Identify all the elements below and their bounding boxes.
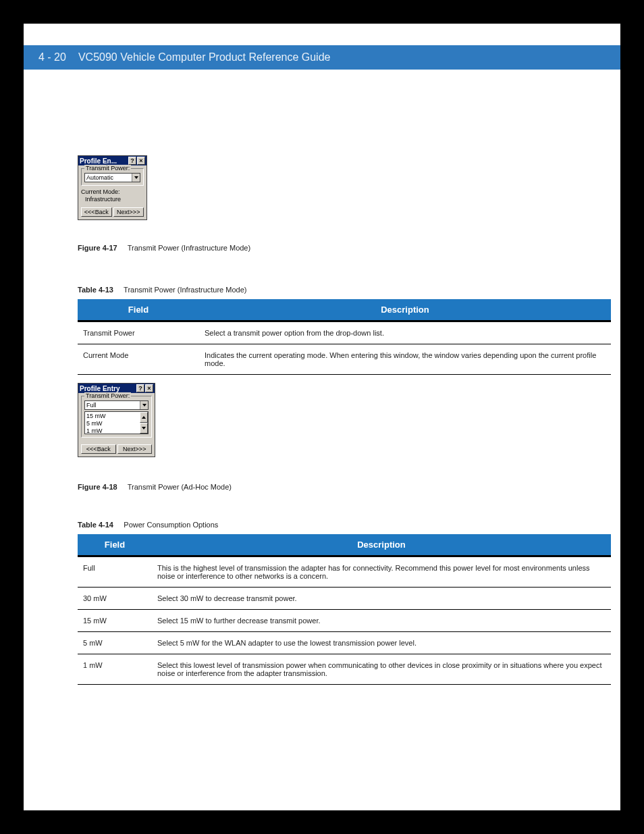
figure-label: Figure 4-17 — [78, 244, 117, 252]
th-description: Description — [199, 299, 611, 321]
chevron-down-icon[interactable] — [140, 401, 148, 409]
current-mode-value: Infrastructure — [81, 196, 144, 203]
figure-text: Transmit Power (Ad-Hoc Mode) — [128, 483, 232, 491]
cell-desc: Select 30 mW to decrease transmit power. — [152, 588, 611, 610]
cell-field: 1 mW — [78, 654, 152, 685]
transmit-power-combo[interactable]: Automatic — [84, 173, 140, 182]
table-row: 1 mW Select this lowest level of transmi… — [78, 654, 611, 685]
th-field: Field — [78, 299, 199, 321]
figure-caption-2: Figure 4-18 Transmit Power (Ad-Hoc Mode) — [78, 483, 232, 491]
list-item[interactable]: 15 mW — [86, 413, 138, 420]
cell-desc: Select a transmit power option from the … — [199, 321, 611, 344]
table-row: Full This is the highest level of transm… — [78, 556, 611, 588]
cell-desc: Indicates the current operating mode. Wh… — [199, 344, 611, 375]
transmit-power-group: Transmit Power: Automatic — [81, 168, 144, 186]
table-caption-2: Table 4-14 Power Consumption Options — [78, 521, 218, 529]
back-button[interactable]: <<<Back — [81, 444, 116, 454]
table-text: Power Consumption Options — [124, 521, 218, 529]
page-title: VC5090 Vehicle Computer Product Referenc… — [78, 51, 331, 63]
next-button[interactable]: Next>>> — [113, 207, 144, 217]
combo-value: Automatic — [85, 174, 132, 182]
table-row: Current Mode Indicates the current opera… — [78, 344, 611, 375]
list-item[interactable]: 5 mW — [86, 420, 138, 427]
cell-field: Current Mode — [78, 344, 199, 375]
close-icon[interactable]: × — [137, 157, 145, 165]
help-icon[interactable]: ? — [136, 384, 144, 392]
next-button[interactable]: Next>>> — [117, 444, 153, 454]
dialog-transmit-power-adhoc: Profile Entry ? × Transmit Power: Full 1… — [78, 383, 155, 457]
table-infrastructure: Field Description Transmit Power Select … — [78, 299, 611, 375]
cell-desc: Select 5 mW for the WLAN adapter to use … — [152, 632, 611, 654]
close-icon[interactable]: × — [145, 384, 153, 392]
scroll-down-icon[interactable] — [140, 423, 148, 434]
chevron-down-icon[interactable] — [132, 174, 140, 182]
cell-field: 30 mW — [78, 588, 152, 610]
group-label: Transmit Power: — [84, 165, 131, 172]
help-icon[interactable]: ? — [128, 157, 136, 165]
power-listbox[interactable]: 15 mW 5 mW 1 mW — [84, 411, 149, 434]
table-text: Transmit Power (Infrastructure Mode) — [124, 286, 246, 294]
combo-value: Full — [85, 401, 140, 409]
list-item[interactable]: 1 mW — [86, 427, 138, 434]
table-label: Table 4-13 — [78, 286, 113, 294]
group-label: Transmit Power: — [84, 392, 131, 399]
table-row: Transmit Power Select a transmit power o… — [78, 321, 611, 344]
cell-desc: Select 15 mW to further decrease transmi… — [152, 610, 611, 632]
cell-desc: This is the highest level of transmissio… — [152, 556, 611, 588]
table-label: Table 4-14 — [78, 521, 113, 529]
dialog-title-text: Profile En... — [80, 157, 128, 165]
table-row: 15 mW Select 15 mW to further decrease t… — [78, 610, 611, 632]
cell-field: Transmit Power — [78, 321, 199, 344]
cell-field: 5 mW — [78, 632, 152, 654]
scroll-up-icon[interactable] — [140, 412, 148, 423]
cell-field: Full — [78, 556, 152, 588]
table-row: 5 mW Select 5 mW for the WLAN adapter to… — [78, 632, 611, 654]
dialog-transmit-power-infra: Profile En... ? × Transmit Power: Automa… — [78, 155, 147, 220]
th-description: Description — [152, 534, 611, 556]
table-power-options: Field Description Full This is the highe… — [78, 534, 611, 685]
page-number: 4 - 20 — [38, 51, 66, 63]
current-mode-label: Current Mode: — [81, 188, 144, 196]
dialog-title-text: Profile Entry — [80, 385, 136, 392]
dialog-titlebar: Profile Entry ? × — [78, 384, 155, 393]
figure-caption-1: Figure 4-17 Transmit Power (Infrastructu… — [78, 244, 250, 252]
table-caption-1: Table 4-13 Transmit Power (Infrastructur… — [78, 286, 246, 294]
cell-field: 15 mW — [78, 610, 152, 632]
page-header: 4 - 20 VC5090 Vehicle Computer Product R… — [24, 45, 620, 70]
transmit-power-combo[interactable]: Full — [84, 400, 149, 410]
cell-desc: Select this lowest level of transmission… — [152, 654, 611, 685]
table-row: 30 mW Select 30 mW to decrease transmit … — [78, 588, 611, 610]
th-field: Field — [78, 534, 152, 556]
dialog-titlebar: Profile En... ? × — [78, 156, 146, 165]
transmit-power-group: Transmit Power: Full 15 mW 5 mW 1 mW — [81, 396, 152, 438]
scrollbar[interactable] — [140, 412, 148, 434]
figure-label: Figure 4-18 — [78, 483, 117, 491]
back-button[interactable]: <<<Back — [81, 207, 112, 217]
figure-text: Transmit Power (Infrastructure Mode) — [128, 244, 250, 252]
